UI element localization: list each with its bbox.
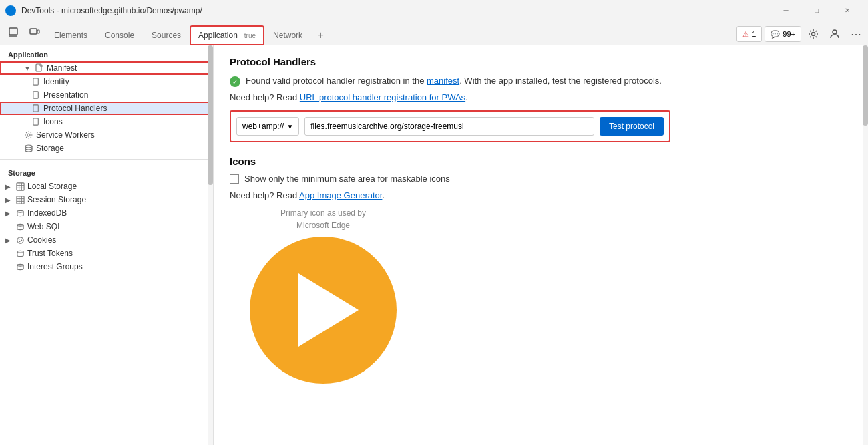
- tab-console[interactable]: Console: [96, 25, 143, 45]
- icons-label: Icons: [43, 117, 63, 126]
- warning-badge[interactable]: ⚠ 1: [736, 26, 762, 42]
- svg-point-26: [19, 238, 20, 239]
- sidebar-item-identity[interactable]: Identity: [0, 75, 213, 88]
- info-badge[interactable]: 💬 99+: [765, 26, 801, 42]
- svg-point-28: [19, 241, 21, 242]
- sidebar-item-trust-tokens[interactable]: Trust Tokens: [0, 247, 213, 260]
- file-icon: [35, 63, 44, 73]
- chevron-right-icon: ▶: [5, 210, 13, 217]
- warning-icon: ⚠: [742, 30, 749, 39]
- info-count: 99+: [783, 30, 795, 38]
- svg-rect-7: [33, 78, 38, 84]
- window-controls: ─ □ ✕: [771, 0, 863, 21]
- database-icon: [16, 209, 25, 218]
- database-icon: [24, 144, 33, 153]
- svg-point-12: [25, 145, 32, 148]
- file-icon: [32, 104, 41, 113]
- grid-icon: [16, 196, 25, 204]
- indexeddb-label: IndexedDB: [27, 208, 67, 218]
- app-image-link[interactable]: App Image Generator: [299, 190, 382, 200]
- sidebar-divider: [0, 159, 213, 160]
- icons-section-title: Icons: [230, 156, 847, 167]
- tab-application[interactable]: Application true: [190, 25, 264, 45]
- primary-icon-label: Primary icon as used by: [280, 208, 366, 218]
- tab-close-application[interactable]: true: [244, 32, 256, 39]
- cookie-icon: [16, 236, 25, 245]
- svg-point-23: [17, 210, 23, 212]
- user-icon: [829, 29, 840, 39]
- content-scrolltrack: [863, 45, 868, 445]
- app-section-label: Application: [0, 45, 213, 61]
- device-icon: [29, 27, 40, 37]
- maximize-button[interactable]: □: [801, 0, 832, 21]
- svg-rect-2: [30, 29, 37, 34]
- trust-tokens-label: Trust Tokens: [27, 249, 73, 258]
- svg-rect-6: [36, 64, 41, 71]
- sidebar-item-cookies[interactable]: ▶ Cookies: [0, 233, 213, 247]
- warning-count: 1: [752, 30, 756, 38]
- identity-label: Identity: [43, 77, 69, 86]
- svg-point-4: [812, 33, 815, 36]
- sidebar-item-local-storage[interactable]: ▶ Local Storage: [0, 180, 213, 193]
- chevron-expand-icon: ▼: [24, 65, 32, 72]
- test-protocol-button[interactable]: Test protocol: [600, 117, 664, 136]
- inspect-icon: [8, 27, 19, 37]
- sidebar-item-websql[interactable]: Web SQL: [0, 220, 213, 233]
- ok-icon: ✓: [230, 76, 240, 87]
- more-button[interactable]: ⋯: [847, 25, 865, 43]
- svg-point-27: [21, 239, 22, 241]
- chevron-right-icon: ▶: [5, 183, 13, 190]
- gear-icon: [24, 130, 33, 140]
- protocol-handlers-label: Protocol Handlers: [43, 104, 107, 113]
- svg-point-25: [17, 237, 23, 243]
- maskable-checkbox[interactable]: [230, 174, 239, 184]
- presentation-label: Presentation: [43, 90, 88, 100]
- tab-network[interactable]: Network: [264, 25, 311, 45]
- database-icon: [16, 222, 25, 231]
- svg-rect-13: [17, 182, 24, 190]
- websql-label: Web SQL: [27, 222, 62, 231]
- session-storage-label: Session Storage: [27, 195, 86, 204]
- database-icon: [16, 249, 25, 258]
- main-layout: Application ▼ Manifest Identity Pr: [0, 45, 868, 445]
- protocol-select[interactable]: web+amp:// ▼: [236, 117, 299, 136]
- minimize-button[interactable]: ─: [771, 0, 801, 21]
- sidebar-scrolltrack: [208, 45, 213, 445]
- manifest-link[interactable]: manifest: [427, 76, 459, 86]
- tab-sources[interactable]: Sources: [143, 25, 190, 45]
- sidebar-item-presentation[interactable]: Presentation: [0, 88, 213, 102]
- sidebar-item-manifest[interactable]: ▼ Manifest: [0, 61, 213, 75]
- icon-preview-container: Primary icon as used by Microsoft Edge: [230, 208, 417, 384]
- gear-icon: [808, 29, 819, 39]
- window-title: DevTools - microsoftedge.github.io/Demos…: [21, 6, 765, 15]
- storage-section-label: Storage: [0, 164, 213, 180]
- sidebar-scrollthumb: [208, 45, 213, 185]
- sidebar-item-storage-top[interactable]: Storage: [0, 142, 213, 155]
- content-scrollthumb: [863, 45, 868, 126]
- user-button[interactable]: [825, 25, 844, 43]
- svg-rect-8: [33, 91, 38, 98]
- sidebar-item-protocol-handlers[interactable]: Protocol Handlers: [0, 102, 213, 115]
- sidebar-item-session-storage[interactable]: ▶ Session Storage: [0, 193, 213, 206]
- protocol-url-input[interactable]: [304, 117, 594, 136]
- sidebar-item-icons[interactable]: Icons: [0, 115, 213, 128]
- dropdown-arrow-icon: ▼: [286, 123, 293, 130]
- inspect-icon-btn[interactable]: [3, 22, 24, 42]
- sidebar-item-service-workers[interactable]: Service Workers: [0, 128, 213, 142]
- edge-icon: [5, 5, 16, 16]
- content-panel: Protocol Handlers ✓ Found valid protocol…: [214, 45, 863, 445]
- add-tab-button[interactable]: +: [311, 26, 330, 45]
- svg-point-11: [27, 134, 30, 136]
- settings-button[interactable]: [804, 25, 823, 43]
- svg-point-24: [17, 224, 23, 226]
- maskable-checkbox-row: Show only the minimum safe area for mask…: [230, 174, 847, 184]
- database-icon: [16, 263, 25, 271]
- service-workers-label: Service Workers: [36, 130, 95, 140]
- pwa-link[interactable]: URL protocol handler registration for PW…: [300, 92, 465, 102]
- info-icon: 💬: [771, 30, 780, 39]
- sidebar-item-interest-groups[interactable]: Interest Groups: [0, 260, 213, 273]
- device-icon-btn[interactable]: [24, 22, 45, 42]
- sidebar-item-indexeddb[interactable]: ▶ IndexedDB: [0, 206, 213, 220]
- tab-elements[interactable]: Elements: [45, 25, 96, 45]
- close-button[interactable]: ✕: [832, 0, 863, 21]
